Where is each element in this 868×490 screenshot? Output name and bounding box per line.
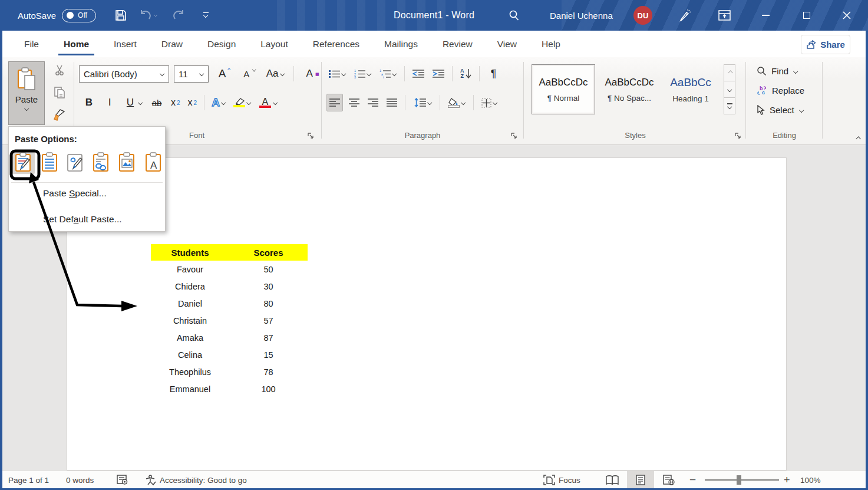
replace-button[interactable]: b c Replace	[757, 85, 804, 96]
copy-button[interactable]	[51, 84, 68, 101]
page-indicator[interactable]: Page 1 of 1	[8, 471, 49, 489]
tab-layout[interactable]: Layout	[248, 31, 301, 57]
focus-mode-button[interactable]: Focus	[543, 471, 580, 489]
word-count[interactable]: 0 words	[66, 471, 94, 489]
font-color-button[interactable]: A	[256, 94, 280, 111]
whats-new-pen-button[interactable]	[675, 0, 694, 31]
undo-button[interactable]	[138, 0, 159, 31]
styles-dialog-launcher[interactable]	[734, 132, 742, 140]
decrease-indent-button[interactable]	[410, 65, 427, 83]
cell-student[interactable]: Favour	[151, 261, 229, 278]
ribbon-display-options-button[interactable]	[714, 0, 734, 31]
font-name-combobox[interactable]: Calibri (Body)	[79, 65, 169, 83]
tab-insert[interactable]: Insert	[101, 31, 149, 57]
paste-option-use-destination-styles[interactable]	[38, 150, 61, 174]
strikethrough-button[interactable]: ab	[148, 94, 166, 111]
font-dialog-launcher[interactable]	[307, 132, 315, 140]
set-default-paste-menu-item[interactable]: Set Default Paste...	[43, 214, 122, 225]
italic-button[interactable]: I	[101, 94, 118, 111]
find-button[interactable]: Find	[757, 66, 798, 76]
paste-option-keep-text-only[interactable]: A	[142, 150, 164, 174]
paste-option-link-keep-source-formatting[interactable]	[90, 150, 113, 174]
grow-font-button[interactable]: A ^	[213, 65, 233, 83]
zoom-in-button[interactable]: +	[784, 471, 790, 489]
cell-student[interactable]: Emmanuel	[151, 380, 229, 397]
font-size-combobox[interactable]: 11	[174, 65, 209, 83]
table-header-scores[interactable]: Scores	[229, 244, 308, 261]
table-header-students[interactable]: Students	[151, 244, 229, 261]
cell-score[interactable]: 15	[229, 346, 308, 363]
zoom-slider-handle[interactable]	[737, 475, 741, 485]
tab-draw[interactable]: Draw	[149, 31, 195, 57]
zoom-level[interactable]: 100%	[800, 471, 821, 489]
cell-score[interactable]: 30	[229, 278, 308, 295]
shading-button[interactable]	[445, 94, 468, 111]
bold-button[interactable]: B	[80, 94, 98, 111]
subscript-button[interactable]: x2	[169, 94, 183, 111]
styles-scroll-up-button[interactable]	[724, 65, 735, 81]
web-layout-button[interactable]	[655, 471, 682, 489]
close-button[interactable]	[833, 0, 860, 31]
clear-formatting-button[interactable]: A ◆	[301, 65, 322, 83]
cell-score[interactable]: 57	[229, 312, 308, 329]
collapse-ribbon-button[interactable]	[855, 133, 860, 143]
share-button[interactable]: Share	[801, 35, 850, 54]
tab-references[interactable]: References	[301, 31, 372, 57]
style-normal[interactable]: AaBbCcDc ¶ Normal	[532, 64, 595, 114]
superscript-button[interactable]: x2	[186, 94, 200, 111]
account-avatar[interactable]: DU	[633, 0, 652, 31]
paragraph-dialog-launcher[interactable]	[510, 132, 518, 140]
autosave-toggle[interactable]: Off	[62, 9, 96, 22]
line-spacing-button[interactable]	[411, 94, 434, 111]
align-left-button[interactable]	[326, 94, 343, 111]
paste-button[interactable]: Paste	[8, 61, 45, 125]
paste-special-menu-item[interactable]: Paste Special...	[43, 188, 107, 199]
align-right-button[interactable]	[365, 94, 381, 111]
cell-student[interactable]: Celina	[151, 346, 229, 363]
bullets-button[interactable]	[326, 65, 348, 83]
accessibility-status-button[interactable]: Accessibility: Good to go	[145, 471, 247, 489]
search-button[interactable]	[504, 0, 523, 31]
change-case-button[interactable]: Aa	[263, 65, 287, 83]
styles-scroll-down-button[interactable]	[724, 81, 735, 98]
tab-help[interactable]: Help	[529, 31, 573, 57]
tab-mailings[interactable]: Mailings	[372, 31, 430, 57]
account-name[interactable]: Daniel Uchenna	[550, 0, 613, 31]
document-page[interactable]: Students Scores Favour50 Chidera30 Danie…	[67, 157, 787, 471]
cell-score[interactable]: 87	[229, 329, 308, 346]
paste-option-keep-source-formatting[interactable]	[12, 150, 35, 174]
shrink-font-button[interactable]: A	[237, 65, 259, 83]
show-hide-pilcrow-button[interactable]: ¶	[485, 65, 503, 83]
tab-review[interactable]: Review	[430, 31, 485, 57]
cut-button[interactable]	[51, 61, 68, 79]
align-center-button[interactable]	[346, 94, 362, 111]
print-layout-button[interactable]	[627, 471, 654, 489]
minimize-button[interactable]	[752, 0, 779, 31]
multilevel-list-button[interactable]: 1 a i	[377, 65, 399, 83]
style-no-spacing[interactable]: AaBbCcDc ¶ No Spac...	[598, 64, 661, 114]
increase-indent-button[interactable]	[430, 65, 447, 83]
cell-student[interactable]: Christain	[151, 312, 229, 329]
cell-score[interactable]: 78	[229, 363, 308, 380]
text-highlight-button[interactable]	[231, 94, 253, 111]
paste-option-picture[interactable]	[116, 150, 138, 174]
zoom-slider-track[interactable]	[705, 479, 779, 481]
format-painter-button[interactable]	[51, 106, 68, 124]
select-button[interactable]: Select	[757, 105, 804, 115]
cell-score[interactable]: 50	[229, 261, 308, 278]
tab-file[interactable]: File	[12, 31, 51, 57]
customize-quick-access-button[interactable]	[198, 0, 213, 31]
numbering-button[interactable]: 1 2 3	[352, 65, 374, 83]
cell-score[interactable]: 80	[229, 295, 308, 312]
save-button[interactable]	[112, 0, 130, 31]
sort-button[interactable]: AZ	[458, 65, 474, 83]
redo-button[interactable]	[170, 0, 187, 31]
underline-button[interactable]: U	[121, 94, 145, 111]
cell-student[interactable]: Amaka	[151, 329, 229, 346]
zoom-out-button[interactable]: −	[689, 471, 696, 489]
text-effects-button[interactable]: A	[209, 94, 228, 111]
tab-home[interactable]: Home	[51, 31, 101, 57]
cell-student[interactable]: Daniel	[151, 295, 229, 312]
cell-student[interactable]: Chidera	[151, 278, 229, 295]
paste-option-merge-formatting[interactable]	[64, 150, 87, 174]
